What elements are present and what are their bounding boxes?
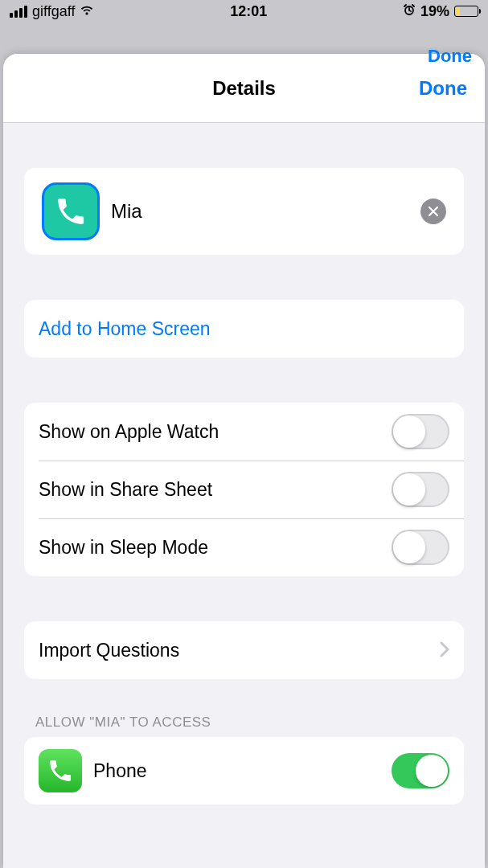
phone-icon bbox=[54, 194, 88, 228]
phone-permission-toggle[interactable] bbox=[392, 753, 449, 788]
sleep-mode-label: Show in Sleep Mode bbox=[39, 537, 392, 559]
clear-name-button[interactable] bbox=[420, 199, 446, 224]
battery-percent: 19% bbox=[420, 3, 449, 20]
status-time: 12:01 bbox=[230, 3, 267, 20]
done-button[interactable]: Done bbox=[419, 77, 467, 100]
share-sheet-label: Show in Share Sheet bbox=[39, 479, 392, 501]
apple-watch-row: Show on Apple Watch bbox=[24, 403, 464, 461]
phone-permission-label: Phone bbox=[93, 760, 392, 782]
phone-permission-row: Phone bbox=[24, 737, 464, 805]
permissions-section: Phone bbox=[24, 737, 464, 805]
carrier-label: giffgaff bbox=[32, 3, 75, 20]
sleep-mode-toggle[interactable] bbox=[392, 530, 449, 565]
phone-app-icon bbox=[39, 749, 82, 792]
add-home-section: Add to Home Screen bbox=[24, 300, 464, 358]
import-questions-button[interactable]: Import Questions bbox=[24, 621, 464, 679]
apple-watch-toggle[interactable] bbox=[392, 414, 449, 449]
battery-icon bbox=[454, 6, 478, 17]
details-sheet: Details Done Mia Add to Home Screen bbox=[3, 54, 485, 868]
permissions-header: Allow "Mia" to Access bbox=[35, 714, 464, 731]
shortcut-name-row[interactable]: Mia bbox=[24, 168, 464, 255]
signal-icon bbox=[10, 6, 27, 18]
add-to-home-label: Add to Home Screen bbox=[39, 318, 211, 340]
sheet-header: Details Done bbox=[3, 54, 485, 123]
chevron-right-icon bbox=[440, 638, 449, 663]
wifi-icon bbox=[80, 3, 94, 20]
visibility-section: Show on Apple Watch Show in Share Sheet … bbox=[24, 403, 464, 576]
status-bar: giffgaff 12:01 19% bbox=[0, 0, 488, 23]
import-section: Import Questions bbox=[24, 621, 464, 679]
add-to-home-button[interactable]: Add to Home Screen bbox=[24, 300, 464, 358]
alarm-icon bbox=[403, 3, 416, 20]
apple-watch-label: Show on Apple Watch bbox=[39, 421, 392, 443]
close-icon bbox=[428, 206, 439, 217]
sleep-mode-row: Show in Sleep Mode bbox=[24, 518, 464, 576]
share-sheet-row: Show in Share Sheet bbox=[24, 461, 464, 518]
shortcut-icon[interactable] bbox=[42, 182, 100, 240]
import-questions-label: Import Questions bbox=[39, 640, 440, 661]
background-done-button[interactable]: Done bbox=[428, 46, 472, 67]
shortcut-name-input[interactable]: Mia bbox=[111, 200, 420, 223]
sheet-title: Details bbox=[212, 77, 276, 100]
share-sheet-toggle[interactable] bbox=[392, 472, 449, 507]
name-section: Mia bbox=[24, 168, 464, 255]
